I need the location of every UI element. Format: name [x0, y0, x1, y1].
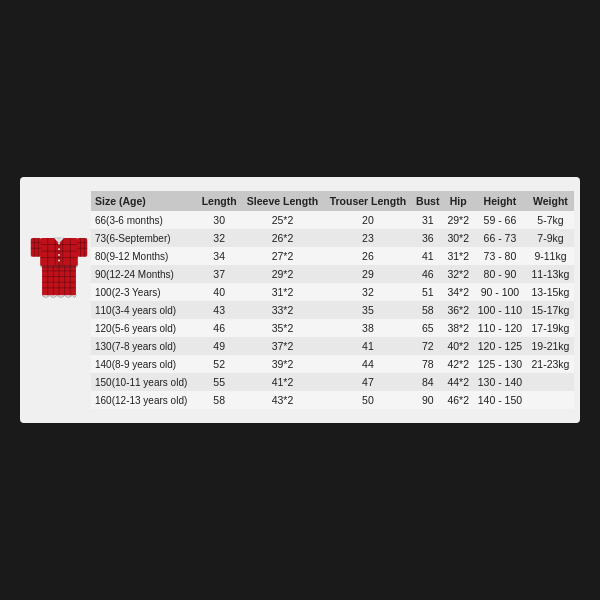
table-row: 73(6-September)3226*2233630*266 - 737-9k… [91, 229, 574, 247]
table-cell: 130 - 140 [473, 373, 527, 391]
svg-rect-14 [76, 238, 86, 257]
table-cell: 35 [324, 301, 412, 319]
table-cell: 7-9kg [527, 229, 574, 247]
pajama-image [26, 221, 91, 301]
table-cell: 36*2 [443, 301, 473, 319]
table-cell: 26 [324, 247, 412, 265]
col-hip: Hip [443, 191, 473, 211]
table-cell: 80(9-12 Months) [91, 247, 197, 265]
table-row: 100(2-3 Years)4031*2325134*290 - 10013-1… [91, 283, 574, 301]
table-cell: 30 [197, 211, 241, 229]
size-chart-card: Size (Age) Length Sleeve Length Trouser … [20, 177, 580, 423]
table-cell: 58 [412, 301, 443, 319]
table-cell: 50 [324, 391, 412, 409]
table-cell: 25*2 [241, 211, 324, 229]
table-cell: 40*2 [443, 337, 473, 355]
table-cell: 47 [324, 373, 412, 391]
table-cell: 84 [412, 373, 443, 391]
table-cell: 41 [324, 337, 412, 355]
table-cell: 32 [324, 283, 412, 301]
svg-point-34 [58, 260, 60, 262]
table-cell: 38 [324, 319, 412, 337]
table-cell: 44*2 [443, 373, 473, 391]
table-cell: 130(7-8 years old) [91, 337, 197, 355]
table-cell: 46 [197, 319, 241, 337]
table-cell: 120 - 125 [473, 337, 527, 355]
table-cell: 5-7kg [527, 211, 574, 229]
table-row: 130(7-8 years old)4937*2417240*2120 - 12… [91, 337, 574, 355]
table-cell: 21-23kg [527, 355, 574, 373]
table-cell: 19-21kg [527, 337, 574, 355]
table-cell: 27*2 [241, 247, 324, 265]
table-cell: 38*2 [443, 319, 473, 337]
table-cell: 73(6-September) [91, 229, 197, 247]
col-bust: Bust [412, 191, 443, 211]
table-cell: 43*2 [241, 391, 324, 409]
table-cell: 23 [324, 229, 412, 247]
table-cell: 78 [412, 355, 443, 373]
table-row: 160(12-13 years old)5843*2509046*2140 - … [91, 391, 574, 409]
table-cell: 59 - 66 [473, 211, 527, 229]
table-cell: 80 - 90 [473, 265, 527, 283]
table-cell: 46 [412, 265, 443, 283]
table-cell: 33*2 [241, 301, 324, 319]
table-cell: 32*2 [443, 265, 473, 283]
table-cell: 51 [412, 283, 443, 301]
table-cell: 37 [197, 265, 241, 283]
table-cell: 42*2 [443, 355, 473, 373]
table-cell: 29*2 [443, 211, 473, 229]
table-cell: 29 [324, 265, 412, 283]
table-cell: 34*2 [443, 283, 473, 301]
table-cell: 100(2-3 Years) [91, 283, 197, 301]
table-cell: 110(3-4 years old) [91, 301, 197, 319]
table-cell: 36 [412, 229, 443, 247]
table-cell: 150(10-11 years old) [91, 373, 197, 391]
table-cell: 31*2 [241, 283, 324, 301]
table-cell: 43 [197, 301, 241, 319]
table-cell: 34 [197, 247, 241, 265]
table-cell: 17-19kg [527, 319, 574, 337]
table-cell: 46*2 [443, 391, 473, 409]
col-height: Height [473, 191, 527, 211]
col-length: Length [197, 191, 241, 211]
svg-point-33 [58, 254, 60, 256]
table-header-row: Size (Age) Length Sleeve Length Trouser … [91, 191, 574, 211]
table-cell: 66(3-6 months) [91, 211, 197, 229]
table-cell: 65 [412, 319, 443, 337]
table-cell: 72 [412, 337, 443, 355]
svg-point-31 [58, 243, 60, 245]
table-cell: 140(8-9 years old) [91, 355, 197, 373]
table-cell: 58 [197, 391, 241, 409]
table-cell: 31*2 [443, 247, 473, 265]
table-cell: 13-15kg [527, 283, 574, 301]
table-cell: 41*2 [241, 373, 324, 391]
table-cell: 110 - 120 [473, 319, 527, 337]
col-sleeve: Sleeve Length [241, 191, 324, 211]
table-cell: 125 - 130 [473, 355, 527, 373]
table-cell: 52 [197, 355, 241, 373]
col-size: Size (Age) [91, 191, 197, 211]
table-cell: 90 - 100 [473, 283, 527, 301]
svg-rect-30 [57, 238, 61, 266]
table-cell: 32 [197, 229, 241, 247]
size-chart-table: Size (Age) Length Sleeve Length Trouser … [91, 191, 574, 409]
table-cell: 40 [197, 283, 241, 301]
table-cell: 66 - 73 [473, 229, 527, 247]
table-cell: 140 - 150 [473, 391, 527, 409]
table-cell [527, 391, 574, 409]
table-cell: 9-11kg [527, 247, 574, 265]
table-cell: 73 - 80 [473, 247, 527, 265]
table-cell: 44 [324, 355, 412, 373]
table-cell: 35*2 [241, 319, 324, 337]
table-cell: 90(12-24 Months) [91, 265, 197, 283]
table-cell: 11-13kg [527, 265, 574, 283]
table-row: 120(5-6 years old)4635*2386538*2110 - 12… [91, 319, 574, 337]
table-row: 66(3-6 months)3025*2203129*259 - 665-7kg [91, 211, 574, 229]
table-cell: 41 [412, 247, 443, 265]
table-row: 110(3-4 years old)4333*2355836*2100 - 11… [91, 301, 574, 319]
table-cell: 30*2 [443, 229, 473, 247]
svg-rect-9 [30, 238, 40, 257]
table-cell: 26*2 [241, 229, 324, 247]
table-cell: 120(5-6 years old) [91, 319, 197, 337]
table-cell: 49 [197, 337, 241, 355]
